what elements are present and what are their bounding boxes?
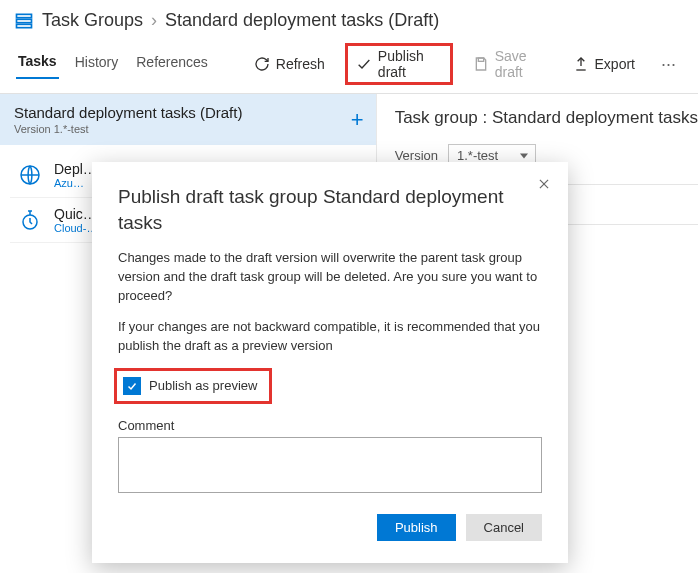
check-icon [356,56,372,72]
publish-draft-label: Publish draft [378,48,442,80]
task-subtitle: Azu… [54,177,97,189]
breadcrumb: Task Groups › Standard deployment tasks … [0,0,698,37]
tab-history[interactable]: History [73,50,121,78]
version-select-value: 1.*-test [457,148,498,163]
task-subtitle: Cloud-… [54,222,97,234]
comment-input[interactable] [118,437,542,493]
refresh-label: Refresh [276,56,325,72]
tab-tasks[interactable]: Tasks [16,49,59,79]
task-group-title: Standard deployment tasks (Draft) [14,104,362,121]
publish-button[interactable]: Publish [377,514,456,541]
refresh-button[interactable]: Refresh [248,52,331,76]
dialog-actions: Publish Cancel [118,514,542,541]
checkbox-checked-icon [123,377,141,395]
svg-rect-3 [478,58,483,61]
publish-dialog: Publish draft task group Standard deploy… [92,162,568,563]
task-group-header[interactable]: Standard deployment tasks (Draft) Versio… [0,94,376,145]
task-group-icon [14,11,34,31]
version-field-label: Version [395,148,438,163]
breadcrumb-root[interactable]: Task Groups [42,10,143,31]
tab-references[interactable]: References [134,50,210,78]
publish-draft-button[interactable]: Publish draft [345,43,453,85]
dialog-body-2: If your changes are not backward compati… [118,318,542,356]
save-icon [473,56,489,72]
task-name: Depl… [54,161,97,177]
more-menu-button[interactable]: ··· [655,54,682,75]
cancel-button[interactable]: Cancel [466,514,542,541]
add-task-button[interactable]: + [351,107,364,133]
toolbar: Tasks History References Refresh Publish… [0,37,698,94]
save-draft-button: Save draft [467,44,553,84]
stopwatch-icon [16,206,44,234]
export-button[interactable]: Export [567,52,641,76]
dialog-body-1: Changes made to the draft version will o… [118,249,542,306]
globe-icon [16,161,44,189]
dialog-close-button[interactable] [534,174,554,194]
dialog-title: Publish draft task group Standard deploy… [118,184,518,235]
svg-rect-2 [17,24,32,27]
breadcrumb-sep-icon: › [151,10,157,31]
refresh-icon [254,56,270,72]
save-draft-label: Save draft [495,48,547,80]
export-label: Export [595,56,635,72]
breadcrumb-current: Standard deployment tasks (Draft) [165,10,439,31]
export-icon [573,56,589,72]
task-group-version: Version 1.*-test [14,123,362,135]
checkbox-label: Publish as preview [149,378,257,393]
task-name: Quic… [54,206,97,222]
publish-as-preview-checkbox[interactable]: Publish as preview [114,368,272,404]
right-panel-title: Task group : Standard deployment tasks [395,108,698,128]
comment-label: Comment [118,418,542,433]
svg-rect-0 [17,14,32,17]
svg-rect-1 [17,19,32,22]
